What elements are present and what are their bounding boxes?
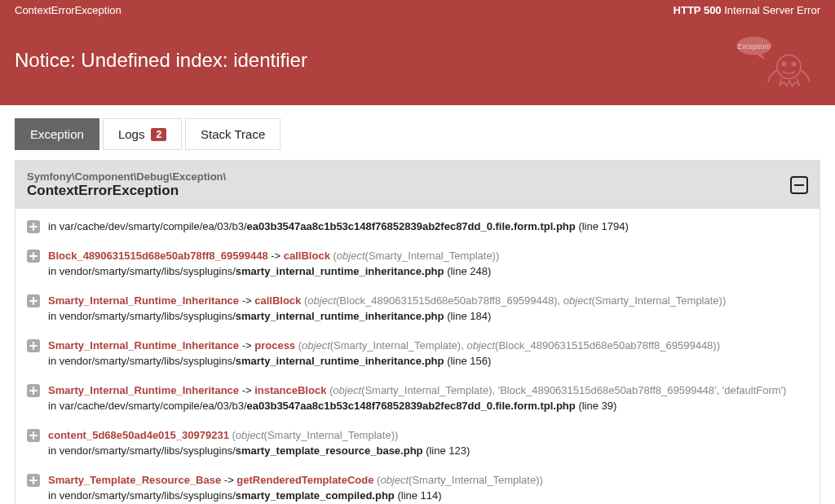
trace-body: Smarty_Template_Resource_Base -> getRend…: [48, 472, 808, 504]
panel-header[interactable]: Symfony\Component\Debug\Exception\ Conte…: [15, 161, 820, 209]
trace-body: Smarty_Internal_Runtime_Inheritance -> c…: [48, 293, 808, 325]
trace-item: Smarty_Template_Resource_Base -> getRend…: [15, 466, 820, 505]
trace-item: Block_4890631515d68e50ab78ff8_69599448 -…: [15, 241, 820, 286]
tab-logs[interactable]: Logs 2: [103, 118, 182, 150]
expand-icon[interactable]: [27, 474, 40, 487]
tab-bar: Exception Logs 2 Stack Trace: [0, 105, 835, 150]
trace-method: instanceBlock: [254, 384, 326, 396]
collapse-icon[interactable]: [790, 176, 808, 194]
tab-stack-trace[interactable]: Stack Trace: [185, 118, 281, 150]
tab-exception[interactable]: Exception: [15, 118, 99, 150]
trace-args: (object(Smarty_Internal_Template), 'Bloc…: [329, 384, 786, 396]
trace-args: (object(Block_4890631515d68e50ab78ff8_69…: [304, 294, 726, 307]
trace-item: content_5d68e50ad4e015_30979231 (object(…: [15, 421, 820, 466]
svg-point-2: [777, 55, 801, 78]
expand-icon[interactable]: [27, 294, 40, 307]
exception-panel: Symfony\Component\Debug\Exception\ Conte…: [15, 160, 820, 504]
logs-count-badge: 2: [151, 128, 166, 141]
page-title: Notice: Undefined index: identifier: [15, 49, 307, 72]
trace-location: in var/cache/dev/smarty/compile/ea/03/b3…: [48, 400, 616, 412]
trace-body: content_5d68e50ad4e015_30979231 (object(…: [48, 427, 808, 459]
trace-method: process: [254, 339, 295, 351]
trace-class: Block_4890631515d68e50ab78ff8_69599448: [48, 250, 268, 262]
expand-icon[interactable]: [27, 384, 40, 397]
trace-location: in var/cache/dev/smarty/compile/ea/03/b3…: [48, 220, 629, 232]
trace-location: in vendor/smarty/smarty/libs/sysplugins/…: [48, 355, 491, 367]
expand-icon[interactable]: [27, 429, 40, 442]
trace-class: Smarty_Internal_Runtime_Inheritance: [48, 339, 239, 351]
trace-location: in vendor/smarty/smarty/libs/sysplugins/…: [48, 489, 442, 502]
trace-class: Smarty_Internal_Runtime_Inheritance: [48, 294, 239, 307]
trace-item: Smarty_Internal_Runtime_Inheritance -> p…: [15, 331, 820, 376]
trace-location: in vendor/smarty/smarty/libs/sysplugins/…: [48, 265, 491, 277]
trace-args: (object(Smarty_Internal_Template)): [334, 250, 500, 262]
trace-body: Smarty_Internal_Runtime_Inheritance -> p…: [48, 338, 808, 369]
trace-location: in vendor/smarty/smarty/libs/sysplugins/…: [48, 310, 491, 322]
trace-location: in vendor/smarty/smarty/libs/sysplugins/…: [48, 444, 470, 457]
stack-trace-list: in var/cache/dev/smarty/compile/ea/03/b3…: [15, 209, 820, 504]
trace-item: Smarty_Internal_Runtime_Inheritance -> i…: [15, 376, 820, 421]
svg-text:Exception!: Exception!: [738, 42, 771, 51]
trace-method: callBlock: [254, 294, 301, 307]
exception-classname: ContextErrorException: [27, 183, 226, 199]
expand-icon[interactable]: [27, 250, 40, 263]
trace-body: in var/cache/dev/smarty/compile/ea/03/b3…: [48, 219, 808, 235]
trace-body: Smarty_Internal_Runtime_Inheritance -> i…: [48, 382, 808, 414]
trace-args: (object(Smarty_Internal_Template), objec…: [298, 339, 720, 351]
trace-method: getRenderedTemplateCode: [236, 474, 373, 486]
trace-body: Block_4890631515d68e50ab78ff8_69599448 -…: [48, 248, 808, 280]
exception-short-name: ContextErrorException: [15, 4, 121, 16]
http-status: HTTP 500 Internal Server Error: [674, 4, 820, 16]
trace-item: Smarty_Internal_Runtime_Inheritance -> c…: [15, 286, 820, 331]
trace-method: callBlock: [284, 250, 330, 262]
trace-class: content_5d68e50ad4e015_30979231: [48, 429, 229, 441]
trace-class: Smarty_Template_Resource_Base: [48, 474, 221, 486]
error-header: ContextErrorException HTTP 500 Internal …: [0, 0, 835, 105]
trace-item: in var/cache/dev/smarty/compile/ea/03/b3…: [15, 212, 820, 241]
expand-icon[interactable]: [27, 339, 40, 352]
svg-point-4: [792, 62, 795, 65]
exception-namespace: Symfony\Component\Debug\Exception\: [27, 170, 226, 183]
expand-icon[interactable]: [27, 220, 40, 233]
trace-class: Smarty_Internal_Runtime_Inheritance: [48, 384, 239, 396]
exception-ghost-icon: Exception!: [722, 32, 820, 89]
svg-point-3: [782, 62, 785, 65]
trace-args: (object(Smarty_Internal_Template)): [232, 429, 399, 441]
trace-args: (object(Smarty_Internal_Template)): [377, 474, 543, 486]
